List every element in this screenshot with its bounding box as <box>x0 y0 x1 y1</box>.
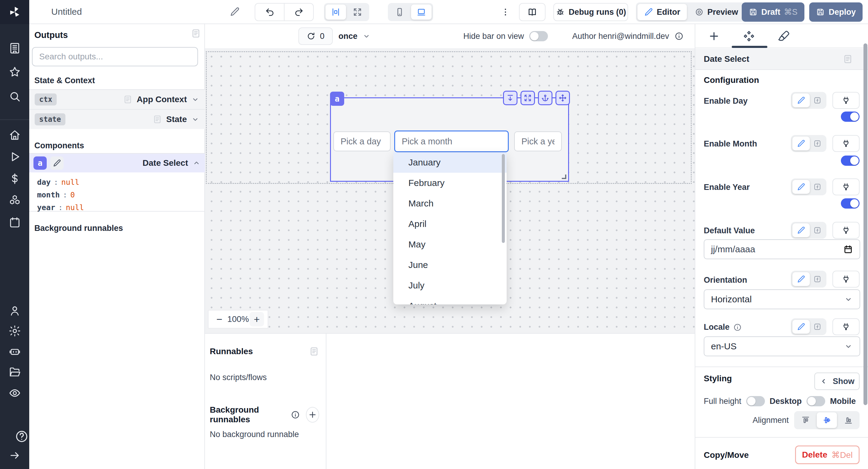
state-output-row[interactable]: state State <box>29 109 205 129</box>
chevron-up-icon[interactable] <box>192 159 201 167</box>
month-option[interactable]: May <box>393 234 507 255</box>
fullwidth-layout-button[interactable] <box>347 4 368 20</box>
hide-bar-toggle[interactable] <box>529 31 548 41</box>
draft-button[interactable]: Draft ⌘S <box>742 2 804 22</box>
pick-month-input[interactable] <box>394 130 509 152</box>
favorites-star-icon[interactable] <box>8 66 21 79</box>
default-value-date-input[interactable]: jj/mm/aaaa <box>704 239 860 259</box>
tab-insert-plus-icon[interactable] <box>708 30 720 42</box>
schedules-calendar-icon[interactable] <box>8 216 21 229</box>
connect-plug-button[interactable] <box>832 318 860 335</box>
align-middle-button[interactable] <box>817 412 837 428</box>
info-icon[interactable] <box>733 323 742 332</box>
show-styling-button[interactable]: Show <box>814 373 860 390</box>
fx-expression-button[interactable] <box>810 272 825 286</box>
settings-gear-icon[interactable] <box>8 324 21 337</box>
connect-plug-button[interactable] <box>832 222 860 239</box>
full-height-toggle[interactable] <box>746 396 765 406</box>
month-option[interactable]: February <box>393 173 507 193</box>
search-outputs-input[interactable] <box>32 47 198 66</box>
chevron-down-icon[interactable] <box>191 95 199 104</box>
app-canvas[interactable]: a January February March April May June <box>205 48 695 333</box>
fx-expression-button[interactable] <box>810 223 825 237</box>
deploy-button[interactable]: Deploy <box>809 2 863 22</box>
enable-month-toggle[interactable] <box>841 156 860 166</box>
doc-icon[interactable] <box>843 54 853 64</box>
users-icon[interactable] <box>8 305 21 317</box>
month-option[interactable]: April <box>393 214 507 234</box>
ctx-output-row[interactable]: ctx App Context <box>29 89 205 109</box>
orientation-select[interactable]: Horizontal <box>704 289 860 309</box>
dropdown-scrollbar[interactable] <box>502 154 505 243</box>
fx-expression-button[interactable] <box>810 93 825 107</box>
delete-component-button[interactable]: Delete ⌘Del <box>795 445 860 464</box>
align-bottom-button[interactable] <box>838 412 858 428</box>
locale-select[interactable]: en-US <box>704 336 860 356</box>
audit-eye-icon[interactable] <box>8 387 21 399</box>
month-option[interactable]: July <box>393 275 507 296</box>
static-value-pencil-button[interactable] <box>792 136 810 150</box>
workspace-building-icon[interactable] <box>8 42 21 55</box>
tab-preview[interactable]: Preview <box>688 4 745 20</box>
align-top-button[interactable] <box>795 412 815 428</box>
enable-year-toggle[interactable] <box>841 198 860 209</box>
redo-button[interactable] <box>284 4 313 21</box>
more-menu-button[interactable] <box>499 4 512 20</box>
pick-year-input[interactable] <box>514 131 562 151</box>
rename-component-pencil-icon[interactable] <box>50 156 64 170</box>
zoom-out-button[interactable]: − <box>212 312 227 326</box>
centered-layout-button[interactable] <box>326 4 346 20</box>
connect-plug-button[interactable] <box>832 179 860 195</box>
fullscreen-handle-icon[interactable] <box>521 91 535 105</box>
zoom-in-button[interactable]: + <box>250 312 264 326</box>
move-handle-icon[interactable] <box>555 91 570 105</box>
refresh-mode-dropdown[interactable]: once <box>338 24 371 48</box>
runnables-doc-icon[interactable] <box>309 346 319 356</box>
component-resize-handle[interactable] <box>562 175 566 179</box>
debug-runs-button[interactable]: Debug runs (0) <box>553 3 628 21</box>
month-option[interactable]: June <box>393 255 507 275</box>
tab-global-styling-brush-icon[interactable] <box>778 30 790 42</box>
info-icon[interactable] <box>291 410 300 419</box>
runs-play-icon[interactable] <box>8 150 21 163</box>
expand-sidebar-arrow-icon[interactable] <box>9 449 21 462</box>
connect-plug-button[interactable] <box>832 92 860 109</box>
month-option[interactable]: March <box>393 193 507 214</box>
fx-expression-button[interactable] <box>810 136 825 150</box>
month-option[interactable]: August <box>393 296 507 305</box>
fx-expression-button[interactable] <box>810 320 825 334</box>
static-value-pencil-button[interactable] <box>792 93 810 107</box>
tab-component-settings-icon[interactable] <box>743 30 755 42</box>
variables-dollar-icon[interactable] <box>8 173 21 185</box>
rename-pencil-icon[interactable] <box>230 7 240 17</box>
undo-button[interactable] <box>255 4 284 21</box>
outputs-doc-icon[interactable] <box>191 28 201 39</box>
fx-expression-button[interactable] <box>810 180 825 194</box>
calendar-icon[interactable] <box>843 245 853 254</box>
docs-button[interactable] <box>519 3 546 21</box>
month-option[interactable]: January <box>393 152 507 173</box>
expand-down-handle-icon[interactable] <box>503 91 518 105</box>
search-icon[interactable] <box>8 90 21 103</box>
add-background-runnable-button[interactable] <box>306 407 319 423</box>
mobile-view-button[interactable] <box>390 4 410 20</box>
resources-cubes-icon[interactable] <box>8 194 21 207</box>
windmill-logo[interactable] <box>0 0 29 24</box>
workers-robot-icon[interactable] <box>8 345 21 358</box>
enable-day-toggle[interactable] <box>841 112 860 122</box>
home-icon[interactable] <box>8 129 21 142</box>
static-value-pencil-button[interactable] <box>792 180 810 194</box>
connect-plug-button[interactable] <box>832 271 860 287</box>
tab-editor[interactable]: Editor <box>638 4 687 20</box>
static-value-pencil-button[interactable] <box>792 320 810 334</box>
connect-plug-button[interactable] <box>832 135 860 152</box>
info-icon[interactable] <box>675 32 684 41</box>
component-output-row[interactable]: a Date Select <box>29 153 205 173</box>
desktop-style-toggle[interactable] <box>807 396 825 406</box>
static-value-pencil-button[interactable] <box>792 272 810 286</box>
pick-day-input[interactable] <box>333 131 391 151</box>
chevron-down-icon[interactable] <box>191 115 199 124</box>
folders-icon[interactable] <box>8 366 21 378</box>
desktop-view-button[interactable] <box>411 4 432 20</box>
static-value-pencil-button[interactable] <box>792 223 810 237</box>
